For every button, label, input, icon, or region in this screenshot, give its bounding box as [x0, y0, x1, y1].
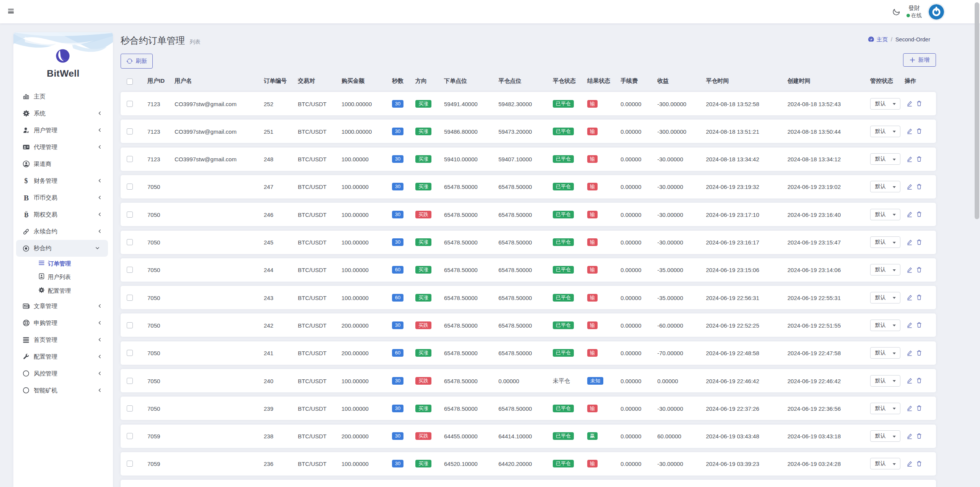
- svg-text:$: $: [24, 177, 28, 185]
- svg-text:B: B: [23, 194, 28, 202]
- svg-text:B: B: [24, 211, 29, 218]
